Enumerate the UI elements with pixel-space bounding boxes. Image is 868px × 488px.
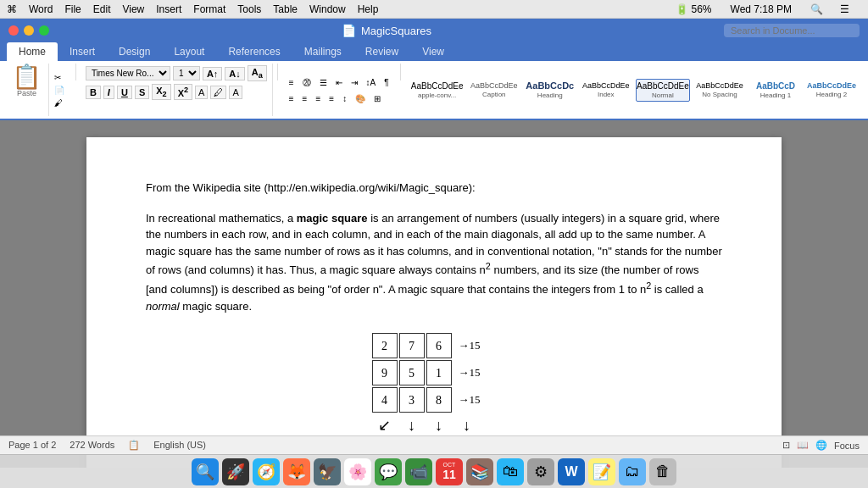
style-normal[interactable]: AaBbCcDdEe Normal bbox=[636, 79, 690, 102]
apple-menu[interactable]: ⌘ bbox=[7, 3, 17, 15]
ribbon: 📋 Paste ✂ 📄 🖌 Times New Ro... 12 A↑ A↓ A… bbox=[0, 61, 868, 120]
font-size-select[interactable]: 12 bbox=[173, 66, 200, 80]
dock-facetime[interactable]: 📹 bbox=[405, 458, 432, 485]
style-index[interactable]: AaBbCcDdEe Index bbox=[580, 79, 632, 101]
search-input[interactable] bbox=[724, 24, 860, 37]
dock-appstore[interactable]: 🛍 bbox=[497, 458, 524, 485]
menu-view[interactable]: View bbox=[122, 3, 144, 15]
menu-word[interactable]: Word bbox=[29, 3, 53, 15]
align-right-button[interactable]: ≡ bbox=[312, 92, 324, 105]
dock-calendar[interactable]: OCT 11 bbox=[436, 458, 463, 485]
dock-notes[interactable]: 📝 bbox=[588, 458, 615, 485]
menu-file[interactable]: File bbox=[64, 3, 81, 15]
focus-button[interactable]: Focus bbox=[834, 441, 860, 451]
tab-home[interactable]: Home bbox=[7, 42, 58, 61]
row0-arrow: →15 bbox=[453, 333, 481, 358]
menu-format[interactable]: Format bbox=[193, 3, 225, 15]
dock-safari[interactable]: 🧭 bbox=[253, 458, 280, 485]
ribbon-tabs: Home Insert Design Layout References Mai… bbox=[0, 42, 868, 61]
menu-window[interactable]: Window bbox=[309, 3, 346, 15]
view-read-icon[interactable]: 📖 bbox=[797, 440, 809, 451]
style-heading2[interactable]: AaBbCcDdEe Heading 2 bbox=[805, 79, 858, 101]
sort-button[interactable]: ↕A bbox=[363, 75, 380, 91]
text-color-button[interactable]: A bbox=[229, 86, 242, 99]
statusbar-right: ⊡ 📖 🌐 Focus bbox=[782, 440, 860, 451]
menu-table[interactable]: Table bbox=[273, 3, 298, 15]
hamburger-icon[interactable]: ☰ bbox=[840, 3, 849, 15]
copy-button[interactable]: 📄 bbox=[51, 84, 68, 97]
font-name-select[interactable]: Times New Ro... bbox=[86, 66, 170, 80]
style-apple-conv[interactable]: AaBbCcDdEe apple-conv... bbox=[410, 79, 465, 102]
tab-design[interactable]: Design bbox=[107, 42, 162, 61]
menu-edit[interactable]: Edit bbox=[93, 3, 111, 15]
increase-indent-button[interactable]: ⇥ bbox=[348, 75, 361, 91]
paste-label: Paste bbox=[17, 89, 36, 97]
dock-messages[interactable]: 💬 bbox=[375, 458, 402, 485]
menu-insert[interactable]: Insert bbox=[156, 3, 181, 15]
dock-word[interactable]: W bbox=[558, 458, 585, 485]
style-heading1[interactable]: AaBbCcD Heading 1 bbox=[749, 79, 802, 102]
strikethrough-button[interactable]: S bbox=[135, 86, 149, 99]
cell-00: 2 bbox=[372, 333, 398, 358]
underline-button[interactable]: U bbox=[117, 86, 132, 99]
row1-arrow: →15 bbox=[453, 360, 481, 385]
document-page[interactable]: From the Wikipedia site (http://en.wikip… bbox=[86, 137, 782, 468]
subscript-button[interactable]: X2 bbox=[152, 84, 170, 100]
dock-launchpad[interactable]: 🚀 bbox=[222, 458, 249, 485]
borders-button[interactable]: ⊞ bbox=[370, 92, 384, 105]
cut-button[interactable]: ✂ bbox=[51, 71, 68, 84]
close-button[interactable] bbox=[8, 25, 19, 36]
dock-trash[interactable]: 🗑 bbox=[649, 458, 676, 485]
highlight-button[interactable]: 🖊 bbox=[210, 86, 226, 99]
paste-button[interactable]: 📋 bbox=[12, 65, 42, 89]
bullets-button[interactable]: ≡ bbox=[286, 75, 298, 91]
tab-insert[interactable]: Insert bbox=[58, 42, 107, 61]
tab-layout[interactable]: Layout bbox=[162, 42, 216, 61]
font-color-button[interactable]: A bbox=[195, 86, 208, 99]
decrease-font-button[interactable]: A↓ bbox=[225, 67, 244, 80]
justify-button[interactable]: ≡ bbox=[326, 92, 337, 105]
view-web-icon[interactable]: 🌐 bbox=[815, 440, 827, 451]
align-center-button[interactable]: ≡ bbox=[299, 92, 311, 105]
tab-view[interactable]: View bbox=[410, 42, 456, 61]
dock-finder[interactable]: 🔍 bbox=[192, 458, 219, 485]
dock-firefox[interactable]: 🦊 bbox=[283, 458, 310, 485]
menu-help[interactable]: Help bbox=[358, 3, 379, 15]
styles-group: AaBbCcDdEe apple-conv... AaBbCcDdEe Capt… bbox=[405, 64, 863, 116]
minimize-button[interactable] bbox=[24, 25, 34, 36]
search-icon[interactable]: 🔍 bbox=[810, 3, 823, 15]
dock-photos[interactable]: 🌸 bbox=[344, 458, 371, 485]
document-title: MagicSquares bbox=[361, 25, 431, 37]
cell-20: 4 bbox=[372, 387, 398, 413]
shading-button[interactable]: 🎨 bbox=[352, 92, 369, 105]
show-formatting-button[interactable]: ¶ bbox=[381, 75, 392, 91]
view-layout-icon[interactable]: ⊡ bbox=[782, 440, 790, 451]
italic-button[interactable]: I bbox=[103, 86, 114, 99]
col-arrow-3: ↓ bbox=[453, 414, 481, 437]
maximize-button[interactable] bbox=[39, 25, 49, 36]
title-bar: 📄 MagicSquares bbox=[0, 19, 868, 42]
superscript-button[interactable]: X2 bbox=[174, 84, 192, 100]
style-heading[interactable]: AaBbCcDc Heading bbox=[524, 78, 576, 102]
increase-font-button[interactable]: A↑ bbox=[203, 67, 222, 80]
tab-mailings[interactable]: Mailings bbox=[292, 42, 353, 61]
format-painter-button[interactable]: 🖌 bbox=[51, 97, 68, 109]
dock-eagle[interactable]: 🦅 bbox=[314, 458, 341, 485]
line-spacing-button[interactable]: ↕ bbox=[339, 92, 350, 105]
clear-format-button[interactable]: Aa bbox=[248, 65, 267, 81]
dock-files[interactable]: 🗂 bbox=[619, 458, 646, 485]
decrease-indent-button[interactable]: ⇤ bbox=[332, 75, 346, 91]
dock-settings[interactable]: ⚙ bbox=[527, 458, 554, 485]
dock-books[interactable]: 📚 bbox=[466, 458, 493, 485]
align-left-button[interactable]: ≡ bbox=[286, 92, 298, 105]
bold-button[interactable]: B bbox=[86, 86, 101, 99]
menu-tools[interactable]: Tools bbox=[237, 3, 261, 15]
tab-review[interactable]: Review bbox=[353, 42, 410, 61]
tab-references[interactable]: References bbox=[216, 42, 292, 61]
style-no-spacing[interactable]: AaBbCcDdEe No Spacing bbox=[693, 79, 746, 101]
numbering-button[interactable]: ⑳ bbox=[299, 75, 314, 91]
style-caption[interactable]: AaBbCcDdEe Caption bbox=[468, 79, 520, 101]
row2-arrow: →15 bbox=[453, 387, 481, 413]
cell-02: 6 bbox=[426, 333, 452, 358]
multilevel-button[interactable]: ☰ bbox=[316, 75, 331, 91]
